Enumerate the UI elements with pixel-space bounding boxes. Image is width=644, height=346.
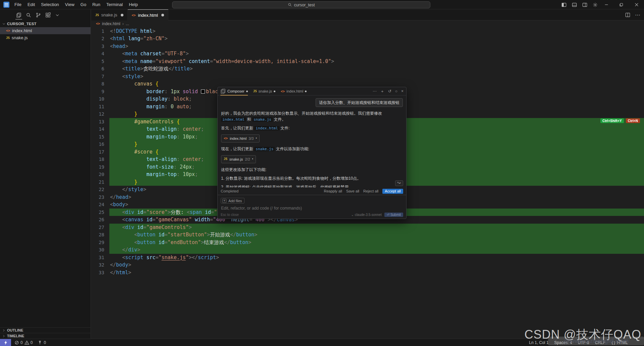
status-ln-1-col-1[interactable]: Ln 1, Col 1: [529, 340, 548, 345]
file-change-chip[interactable]: <>index.html3/3•: [221, 134, 260, 142]
composer-tab-snake.js[interactable]: JSsnake.js: [253, 87, 275, 96]
menu-run[interactable]: Run: [89, 0, 103, 9]
menu-bar: FileEditSelectionViewGoRunTerminalHelp: [11, 0, 141, 9]
source-control-icon[interactable]: [36, 9, 41, 20]
composer-input-placeholder[interactable]: Edit, refactor, or add code (/ for comma…: [221, 206, 403, 211]
status-html[interactable]: {}HTML: [611, 340, 628, 345]
line-number: 15: [91, 133, 109, 141]
line-text: <button id="endButton">结束游戏</button>: [109, 239, 644, 246]
composer-tab-index.html[interactable]: <>index.html: [281, 87, 307, 96]
code-line-1: 1<!DOCTYPE html>: [91, 27, 644, 35]
tree-item-snake.js[interactable]: JSsnake.js: [0, 34, 91, 41]
tree-item-index.html[interactable]: <>index.html: [0, 27, 91, 34]
close-button[interactable]: [629, 0, 644, 9]
line-number: 26: [91, 216, 109, 224]
breadcrumb-separator: ›: [122, 21, 124, 26]
composer-tab-composer[interactable]: Composer: [220, 87, 248, 96]
menu-file[interactable]: File: [11, 0, 24, 9]
code-line-29: 29 <button id="endButton">结束游戏</button>: [91, 239, 644, 246]
search-value: cursor_test: [294, 3, 315, 7]
split-editor-icon[interactable]: [625, 12, 630, 17]
more-icon[interactable]: ⋯: [373, 89, 377, 94]
command-center-search[interactable]: cursor_test: [172, 1, 430, 8]
menu-help[interactable]: Help: [126, 0, 141, 9]
section-timeline[interactable]: TIMELINE: [0, 333, 91, 339]
code-line-28: 28 <button id="startButton">开始游戏</button…: [91, 231, 644, 239]
composer-tab-label: snake.js: [259, 89, 272, 93]
section-outline[interactable]: OUTLINE: [0, 327, 91, 333]
app-window: FileEditSelectionViewGoRunTerminalHelp c…: [0, 0, 644, 346]
warning-icon: [24, 340, 29, 345]
toggle-panel-icon[interactable]: [572, 2, 577, 7]
minimize-button[interactable]: [599, 0, 614, 9]
status-utf-8[interactable]: UTF-8: [578, 340, 589, 345]
open-editor-icon[interactable]: ○: [395, 89, 397, 94]
breadcrumb[interactable]: <> index.html › ...: [91, 20, 644, 27]
reject-all-button[interactable]: Reject all: [363, 189, 378, 193]
chevron-right-icon: [2, 329, 6, 332]
html-file-icon: <>: [281, 90, 285, 93]
modified-dot-icon: [274, 91, 275, 92]
model-selector[interactable]: ⌄ claude-3.5-sonnet: [351, 213, 381, 217]
tab-snake.js[interactable]: JSsnake.js: [91, 9, 128, 20]
add-files-button[interactable]: + Add files: [221, 198, 245, 204]
file-change-chip-row: JSsnake.js2/2•: [221, 154, 403, 164]
scroll-to-bottom-button[interactable]: ^↵: [395, 180, 403, 186]
more-actions-icon[interactable]: ⋯: [635, 12, 641, 18]
settings-gear-icon[interactable]: [593, 2, 598, 7]
file-change-chip[interactable]: JSsnake.js2/2•: [221, 155, 256, 163]
menu-edit[interactable]: Edit: [24, 0, 38, 9]
remote-indicator[interactable]: [0, 339, 11, 346]
status-crlf[interactable]: CRLF: [595, 340, 605, 345]
composer-panel: ComposerJSsnake.js<>index.html ⋯ ＋ ↺ ○ ×…: [217, 87, 407, 219]
status-spaces-4[interactable]: Spaces: 4: [554, 340, 572, 345]
problems-errors[interactable]: 0: [14, 340, 23, 345]
composer-input-area[interactable]: + Add files Edit, refactor, or add code …: [218, 195, 406, 219]
modified-dot-icon[interactable]: [161, 14, 164, 16]
menu-selection[interactable]: Selection: [38, 0, 62, 9]
search-icon[interactable]: [26, 9, 31, 20]
tab-index.html[interactable]: <>index.html: [128, 9, 168, 20]
new-composer-icon[interactable]: ＋: [380, 89, 384, 94]
accept-diff-badge[interactable]: Ctrl+Shift+Y: [600, 118, 624, 123]
save-all-button[interactable]: Save all: [346, 189, 359, 193]
menu-view[interactable]: View: [62, 0, 77, 9]
line-number: 4: [91, 50, 109, 58]
restore-button[interactable]: [614, 0, 629, 9]
code-line-5: 5 <meta name="viewport" content="width=d…: [91, 58, 644, 65]
reject-diff-badge[interactable]: Ctrl+N: [626, 118, 640, 123]
history-icon[interactable]: ↺: [388, 89, 391, 94]
code-line-31: 31 <script src="snake.js"></script>: [91, 254, 644, 262]
toggle-sidebar-icon[interactable]: [561, 2, 567, 7]
modified-dot-icon[interactable]: [121, 14, 123, 16]
line-text: <title>贪吃蛇游戏</title>: [109, 65, 644, 73]
reapply-all-button[interactable]: Reapply all: [324, 189, 342, 193]
close-icon[interactable]: ×: [401, 89, 404, 94]
line-text: <meta charset="UTF-8">: [109, 50, 644, 58]
submit-button[interactable]: ⏎ Submit: [384, 213, 403, 217]
composer-conversation[interactable]: 请你加入分数、开始游戏按钮和结束游戏按钮 好的，我会为您的贪吃蛇游戏添加分数显示…: [218, 96, 406, 187]
braces-icon: {}: [611, 341, 615, 345]
code-line-27: 27 <div id="gameControls">: [91, 224, 644, 231]
chip-dot-icon: •: [252, 157, 253, 162]
chevron-down-icon[interactable]: [55, 9, 60, 20]
toggle-secondary-sidebar-icon[interactable]: [582, 2, 587, 7]
accept-all-button[interactable]: Accept all: [382, 189, 403, 194]
color-swatch-black[interactable]: [201, 90, 205, 94]
breadcrumb-file: index.html: [102, 21, 120, 26]
html-file-icon: <>: [132, 13, 136, 17]
ports-indicator[interactable]: 0: [38, 340, 46, 345]
line-text: <html lang="zh-CN">: [109, 35, 644, 43]
tab-label: snake.js: [101, 12, 117, 17]
section-label: OUTLINE: [7, 328, 23, 332]
menu-terminal[interactable]: Terminal: [103, 0, 126, 9]
menu-go[interactable]: Go: [77, 0, 89, 9]
problems-warnings[interactable]: 0: [24, 340, 33, 345]
chip-file-name: index.html: [230, 136, 247, 141]
files-icon[interactable]: [16, 9, 21, 20]
line-number: 25: [91, 209, 109, 216]
extensions-icon[interactable]: [45, 9, 51, 20]
js-file-icon: JS: [253, 90, 257, 93]
line-number: 2: [91, 35, 109, 43]
project-root-header[interactable]: CURSOR_TEST: [0, 20, 91, 27]
